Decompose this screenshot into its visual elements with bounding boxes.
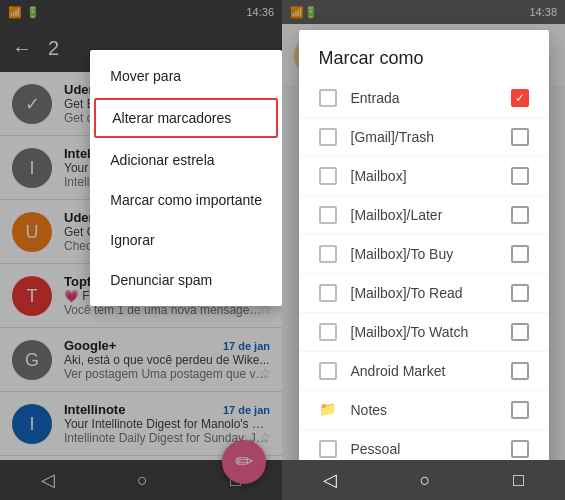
checkbox-left-tobuy: [319, 245, 337, 263]
dialog-item-gmail-trash[interactable]: [Gmail]/Trash: [299, 118, 549, 157]
checkbox-notes[interactable]: [511, 401, 529, 419]
dialog-item-label-toread: [Mailbox]/To Read: [351, 285, 511, 301]
checkbox-towatch[interactable]: [511, 323, 529, 341]
checkbox-pessoal[interactable]: [511, 440, 529, 458]
checkbox-mailbox[interactable]: [511, 167, 529, 185]
folder-icon: 📁: [319, 401, 337, 419]
checkbox-left-android: [319, 362, 337, 380]
checkbox-left-pessoal: [319, 440, 337, 458]
dialog-item-label-mailbox: [Mailbox]: [351, 168, 511, 184]
dialog-item-mailbox[interactable]: [Mailbox]: [299, 157, 549, 196]
back-nav-icon-right[interactable]: ◁: [323, 469, 337, 491]
checkbox-trash[interactable]: [511, 128, 529, 146]
context-menu-item-ignorar[interactable]: Ignorar: [90, 220, 282, 260]
dialog-item-label-later: [Mailbox]/Later: [351, 207, 511, 223]
checkbox-left-toread: [319, 284, 337, 302]
dialog-item-label-entrada: Entrada: [351, 90, 511, 106]
right-bottom-nav: ◁ ○ □: [282, 460, 565, 500]
dialog-item-label-notes: Notes: [351, 402, 511, 418]
left-panel: 📶 🔋 14:36 ← 2 ✓ Udemy Get Business Cours…: [0, 0, 282, 500]
checkbox-left-later: [319, 206, 337, 224]
dialog-item-label-trash: [Gmail]/Trash: [351, 129, 511, 145]
context-menu-item-spam[interactable]: Denunciar spam: [90, 260, 282, 300]
checkbox-left-towatch: [319, 323, 337, 341]
dialog-item-label-tobuy: [Mailbox]/To Buy: [351, 246, 511, 262]
context-menu-item-mover[interactable]: Mover para: [90, 56, 282, 96]
checkbox-later[interactable]: [511, 206, 529, 224]
dialog-item-mailbox-tobuy[interactable]: [Mailbox]/To Buy: [299, 235, 549, 274]
dialog-item-notes[interactable]: 📁 Notes: [299, 391, 549, 430]
checkbox-entrada[interactable]: [511, 89, 529, 107]
dialog-item-mailbox-toread[interactable]: [Mailbox]/To Read: [299, 274, 549, 313]
checkbox-tobuy[interactable]: [511, 245, 529, 263]
dialog-item-entrada[interactable]: Entrada: [299, 79, 549, 118]
dialog-item-mailbox-towatch[interactable]: [Mailbox]/To Watch: [299, 313, 549, 352]
dialog-title: Marcar como: [299, 30, 549, 79]
dialog-item-label-towatch: [Mailbox]/To Watch: [351, 324, 511, 340]
context-menu-item-alterar[interactable]: Alterar marcadores: [94, 98, 278, 138]
marcar-como-dialog: Marcar como Entrada [Gmail]/Trash [Mailb…: [299, 30, 549, 500]
dialog-backdrop: Marcar como Entrada [Gmail]/Trash [Mailb…: [282, 0, 565, 500]
home-nav-icon-right[interactable]: ○: [420, 470, 431, 491]
recent-nav-icon-right[interactable]: □: [513, 470, 524, 491]
checkbox-left-trash: [319, 128, 337, 146]
dialog-item-mailbox-later[interactable]: [Mailbox]/Later: [299, 196, 549, 235]
context-menu-item-importante[interactable]: Marcar como importante: [90, 180, 282, 220]
context-menu-item-estrela[interactable]: Adicionar estrela: [90, 140, 282, 180]
checkbox-toread[interactable]: [511, 284, 529, 302]
context-menu: Mover para Alterar marcadores Adicionar …: [90, 50, 282, 306]
right-panel: 📶🔋 14:38 Y YouTube TecMundo Games: "CP (…: [282, 0, 565, 500]
dialog-item-android-market[interactable]: Android Market: [299, 352, 549, 391]
dialog-item-label-pessoal: Pessoal: [351, 441, 511, 457]
checkbox-left-mailbox: [319, 167, 337, 185]
dialog-item-label-android: Android Market: [351, 363, 511, 379]
checkbox-left-entrada: [319, 89, 337, 107]
checkbox-android[interactable]: [511, 362, 529, 380]
